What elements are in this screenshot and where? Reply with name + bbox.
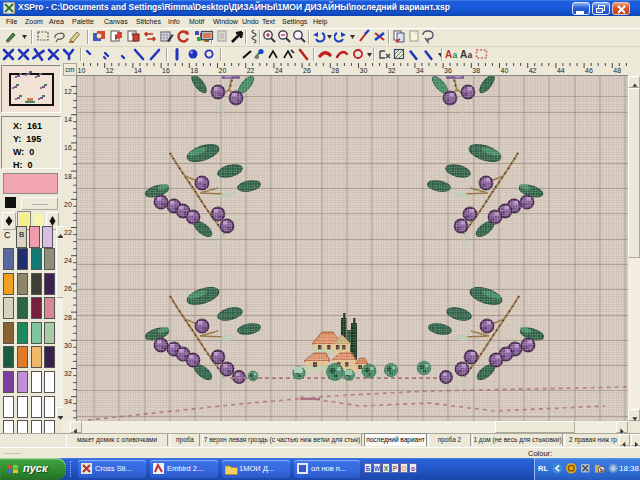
svg-text:16: 16 — [64, 144, 72, 151]
svg-text:30: 30 — [360, 67, 368, 74]
svg-text:36: 36 — [444, 67, 452, 74]
svg-text:22: 22 — [247, 67, 255, 74]
svg-text:b: b — [600, 466, 604, 473]
svg-text:28: 28 — [64, 314, 72, 321]
svg-text:20: 20 — [64, 201, 72, 208]
svg-text:14: 14 — [64, 116, 72, 123]
svg-text:42: 42 — [529, 67, 537, 74]
svg-text:26: 26 — [64, 285, 72, 292]
svg-text:18: 18 — [64, 173, 72, 180]
svg-text:34: 34 — [416, 67, 424, 74]
svg-text:24: 24 — [275, 67, 283, 74]
svg-text:32: 32 — [64, 370, 72, 377]
svg-text:38: 38 — [472, 67, 480, 74]
svg-text:14: 14 — [134, 67, 142, 74]
svg-text:28: 28 — [331, 67, 339, 74]
svg-text:24: 24 — [64, 257, 72, 264]
svg-text:26: 26 — [303, 67, 311, 74]
svg-text:32: 32 — [388, 67, 396, 74]
svg-text:A: A — [445, 49, 452, 60]
svg-text:44: 44 — [557, 67, 565, 74]
svg-text:22: 22 — [64, 229, 72, 236]
svg-text:A: A — [460, 49, 467, 60]
svg-text:34: 34 — [64, 398, 72, 405]
svg-text:18: 18 — [190, 67, 198, 74]
svg-text:46: 46 — [585, 67, 593, 74]
svg-text:a: a — [453, 50, 458, 60]
svg-text:10: 10 — [78, 67, 86, 74]
svg-text:48: 48 — [613, 67, 621, 74]
svg-text:20: 20 — [219, 67, 227, 74]
svg-text:30: 30 — [64, 342, 72, 349]
svg-text:16: 16 — [162, 67, 170, 74]
svg-text:12: 12 — [106, 67, 114, 74]
svg-text:12: 12 — [64, 88, 72, 95]
svg-text:a: a — [468, 50, 473, 60]
svg-text:40: 40 — [501, 67, 509, 74]
